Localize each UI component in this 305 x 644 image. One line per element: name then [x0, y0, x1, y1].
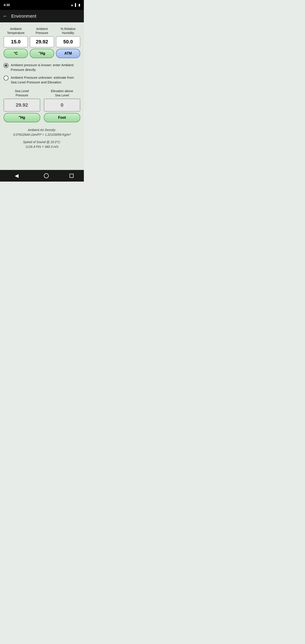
- ambient-air-density-label: Ambient Air Density:: [28, 128, 56, 132]
- relative-humidity-col: % RelativeHumidity 50.0 ATM: [56, 27, 80, 58]
- nav-bar: ◀: [0, 170, 84, 182]
- elevation-unit-button[interactable]: Foot: [44, 113, 80, 122]
- radio-unknown-circle[interactable]: [4, 76, 8, 80]
- radio-unknown-label: Ambient Pressure unknown: estimate from …: [11, 75, 80, 84]
- nav-home-button[interactable]: [44, 173, 49, 178]
- status-time: 4:30: [4, 3, 10, 7]
- ambient-temperature-col: AmbientTemperature 15.0 °C: [4, 27, 28, 58]
- page-title: Environment: [11, 14, 36, 19]
- ambient-pressure-value[interactable]: 29.92: [30, 36, 54, 48]
- ambient-air-density-text: Ambient Air Density: 0.07622644 Lbm/Ft³ …: [4, 128, 80, 137]
- elevation-value[interactable]: 0: [44, 98, 80, 112]
- radio-known-circle[interactable]: [4, 63, 8, 68]
- ambient-temperature-value[interactable]: 15.0: [4, 36, 28, 48]
- wifi-icon: ▲: [70, 3, 74, 7]
- status-bar: 4:30 ▲ ▌ ▮: [0, 0, 84, 10]
- ambient-air-density-value: 0.07622644 Lbm/Ft³ = 1.22103059 Kg/m³: [13, 133, 71, 136]
- speed-of-sound-value: 1116.4 Ft/s = 340.3 m/s: [26, 145, 58, 148]
- pressure-source-options: Ambient pressure is known: enter Ambient…: [4, 62, 80, 84]
- relative-humidity-label: % RelativeHumidity: [60, 27, 76, 35]
- radio-item-unknown[interactable]: Ambient Pressure unknown: estimate from …: [4, 75, 80, 84]
- elevation-col: Elevation aboveSea Level 0 Foot: [44, 89, 80, 122]
- sea-level-pressure-label: Sea LevelPressure: [15, 89, 29, 97]
- sea-level-pressure-col: Sea LevelPressure 29.92 "Hg: [4, 89, 40, 122]
- bottom-measurements-row: Sea LevelPressure 29.92 "Hg Elevation ab…: [4, 89, 80, 122]
- ambient-pressure-unit-button[interactable]: "Hg: [30, 49, 54, 58]
- main-content: AmbientTemperature 15.0 °C AmbientPressu…: [0, 22, 84, 170]
- radio-known-label: Ambient pressure is known: enter Ambient…: [11, 62, 80, 72]
- sea-level-pressure-value[interactable]: 29.92: [4, 98, 40, 112]
- ambient-pressure-col: AmbientPressure 29.92 "Hg: [30, 27, 54, 58]
- toolbar: ← Environment: [0, 10, 84, 22]
- ambient-pressure-label: AmbientPressure: [36, 27, 48, 35]
- speed-of-sound-label: Speed of Sound @ 15.0°C:: [23, 140, 61, 144]
- battery-icon: ▮: [78, 3, 80, 7]
- back-button[interactable]: ←: [3, 13, 8, 19]
- nav-back-button[interactable]: ◀: [10, 171, 23, 180]
- info-section: Ambient Air Density: 0.07622644 Lbm/Ft³ …: [4, 128, 80, 149]
- nav-recents-button[interactable]: [70, 174, 74, 178]
- speed-of-sound-text: Speed of Sound @ 15.0°C: 1116.4 Ft/s = 3…: [4, 140, 80, 149]
- status-icons: ▲ ▌ ▮: [70, 3, 80, 7]
- ambient-temperature-label: AmbientTemperature: [7, 27, 24, 35]
- elevation-label: Elevation aboveSea Level: [51, 89, 73, 97]
- relative-humidity-unit-button[interactable]: ATM: [56, 49, 80, 58]
- sea-level-pressure-unit-button[interactable]: "Hg: [4, 113, 40, 122]
- ambient-temperature-unit-button[interactable]: °C: [4, 49, 28, 58]
- relative-humidity-value[interactable]: 50.0: [56, 36, 80, 48]
- radio-item-known[interactable]: Ambient pressure is known: enter Ambient…: [4, 62, 80, 72]
- signal-icon: ▌: [75, 3, 77, 7]
- top-measurements-row: AmbientTemperature 15.0 °C AmbientPressu…: [4, 27, 80, 58]
